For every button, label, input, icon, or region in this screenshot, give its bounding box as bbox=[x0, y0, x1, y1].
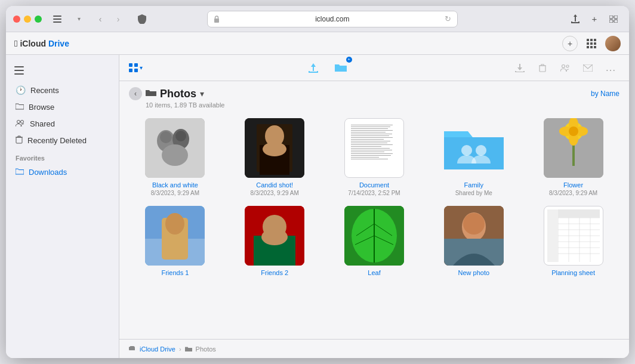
view-toggle-button[interactable]: ▾ bbox=[129, 63, 143, 73]
photo-preview bbox=[344, 206, 404, 266]
svg-rect-7 bbox=[614, 20, 618, 23]
svg-point-36 bbox=[175, 131, 186, 141]
back-nav-button[interactable]: ‹ bbox=[92, 11, 109, 27]
sidebar-toggle-button[interactable] bbox=[49, 11, 66, 27]
svg-point-51 bbox=[569, 127, 578, 136]
file-item-family[interactable]: Family Shared by Me bbox=[427, 118, 520, 196]
right-toolbar-actions: … bbox=[511, 59, 619, 77]
view-sort-chevron: ▾ bbox=[140, 64, 143, 71]
file-thumbnail bbox=[544, 206, 603, 266]
sidebar-item-label: Shared bbox=[30, 119, 55, 128]
svg-rect-6 bbox=[609, 20, 613, 23]
tabs-button[interactable] bbox=[605, 11, 622, 27]
folder-icon bbox=[146, 89, 156, 99]
icloud-logo:  iCloud Drive bbox=[14, 38, 69, 48]
folder-chevron[interactable]: ▾ bbox=[200, 89, 204, 98]
main-window: ▾ ‹ › icloud.com ↻ + bbox=[6, 6, 629, 358]
delete-button[interactable] bbox=[534, 59, 551, 77]
svg-rect-24 bbox=[134, 63, 138, 67]
svg-rect-25 bbox=[129, 69, 132, 72]
photo-preview bbox=[245, 118, 304, 178]
apps-grid-icon bbox=[587, 39, 596, 48]
recents-icon: 🕐 bbox=[16, 85, 26, 95]
new-tab-button[interactable]: + bbox=[586, 11, 603, 27]
file-item-friends1[interactable]: Friends 1 bbox=[129, 206, 221, 277]
icloud-bar-right: + bbox=[562, 36, 621, 51]
file-date: 8/3/2023, 9:29 AM bbox=[251, 190, 299, 196]
sidebar-toggle-chevron[interactable]: ▾ bbox=[70, 11, 87, 27]
svg-point-43 bbox=[476, 145, 486, 156]
svg-rect-19 bbox=[14, 73, 24, 75]
upload-button[interactable] bbox=[304, 59, 322, 77]
url-text: icloud.com bbox=[223, 15, 441, 23]
svg-point-71 bbox=[463, 213, 485, 235]
file-item-friends2[interactable]: Friends 2 bbox=[229, 206, 321, 277]
sidebar-collapse-button[interactable] bbox=[11, 62, 27, 79]
sidebar-item-downloads[interactable]: Downloads bbox=[11, 164, 114, 180]
svg-rect-14 bbox=[587, 46, 589, 48]
breadcrumb-root[interactable]: iCloud Drive bbox=[140, 346, 175, 353]
icloud-brand-i: iCloud bbox=[20, 39, 48, 48]
photo-preview bbox=[145, 206, 205, 266]
file-thumbnail bbox=[444, 118, 504, 178]
file-item-planning-sheet[interactable]: Planning sheet bbox=[527, 206, 619, 277]
file-thumbnail bbox=[544, 118, 603, 178]
svg-point-20 bbox=[17, 121, 20, 124]
file-name: Black and white bbox=[152, 181, 198, 189]
sidebar-item-shared[interactable]: Shared bbox=[11, 116, 114, 131]
svg-rect-3 bbox=[214, 18, 219, 23]
close-button[interactable] bbox=[13, 16, 20, 23]
file-name: Friends 1 bbox=[161, 269, 189, 276]
shield-icon bbox=[134, 11, 150, 27]
svg-point-56 bbox=[167, 214, 183, 231]
svg-rect-22 bbox=[16, 137, 22, 143]
icloud-add-button[interactable]: + bbox=[562, 36, 578, 51]
file-item-leaf[interactable]: Leaf bbox=[328, 206, 421, 277]
doc-content bbox=[349, 122, 400, 174]
svg-rect-85 bbox=[547, 209, 558, 262]
svg-rect-0 bbox=[53, 16, 61, 17]
shared-icon bbox=[16, 119, 25, 128]
file-item-candid-shot[interactable]: Candid shot! 8/3/2023, 9:29 AM bbox=[229, 118, 321, 196]
svg-rect-26 bbox=[134, 69, 138, 72]
file-thumbnail bbox=[444, 206, 504, 266]
file-name: Friends 2 bbox=[261, 269, 288, 276]
svg-rect-1 bbox=[53, 18, 61, 20]
url-bar[interactable]: icloud.com ↻ bbox=[207, 11, 458, 27]
reload-button[interactable]: ↻ bbox=[445, 14, 451, 23]
file-grid-area: Black and white 8/3/2023, 9:29 AM bbox=[119, 112, 629, 339]
new-folder-badge: + bbox=[346, 57, 352, 63]
lock-icon bbox=[214, 16, 220, 23]
svg-point-41 bbox=[263, 142, 286, 156]
file-item-new-photo[interactable]: New photo bbox=[427, 206, 520, 277]
sort-label[interactable]: by Name bbox=[591, 90, 619, 98]
file-item-flower[interactable]: Flower 8/3/2023, 9:29 AM bbox=[527, 118, 619, 196]
user-avatar[interactable] bbox=[605, 36, 621, 51]
share-page-button[interactable] bbox=[567, 11, 584, 27]
minimize-button[interactable] bbox=[24, 16, 31, 23]
icloud-apps-button[interactable] bbox=[584, 36, 599, 51]
file-item-document[interactable]: Document 7/14/2023, 2:52 PM bbox=[328, 118, 421, 196]
sidebar-item-label: Downloads bbox=[29, 168, 67, 177]
file-name: Document bbox=[359, 181, 389, 189]
sidebar-item-recently-deleted[interactable]: Recently Deleted bbox=[11, 132, 114, 149]
downloads-icon bbox=[16, 167, 24, 177]
new-folder-button-wrap: + bbox=[332, 59, 350, 77]
photo-preview bbox=[145, 118, 205, 178]
sidebar-item-recents[interactable]: 🕐 Recents bbox=[11, 82, 114, 98]
cloud-download-button[interactable] bbox=[511, 59, 529, 77]
maximize-button[interactable] bbox=[35, 16, 42, 23]
forward-nav-button[interactable]: › bbox=[110, 11, 127, 27]
sidebar-item-browse[interactable]: Browse bbox=[11, 99, 114, 115]
more-actions-button[interactable]: … bbox=[602, 59, 619, 77]
share-with-button[interactable] bbox=[556, 59, 574, 77]
svg-point-29 bbox=[566, 65, 569, 67]
icloud-brand-drive: Drive bbox=[48, 39, 69, 48]
sidebar-item-label: Recently Deleted bbox=[27, 136, 87, 145]
back-button[interactable]: ‹ bbox=[129, 87, 142, 100]
item-count: 10 items, 1.89 TB available bbox=[146, 101, 619, 109]
file-item-black-and-white[interactable]: Black and white 8/3/2023, 9:29 AM bbox=[129, 118, 221, 196]
svg-rect-9 bbox=[590, 39, 593, 41]
titlebar: ▾ ‹ › icloud.com ↻ + bbox=[6, 6, 629, 32]
email-button[interactable] bbox=[579, 59, 597, 77]
